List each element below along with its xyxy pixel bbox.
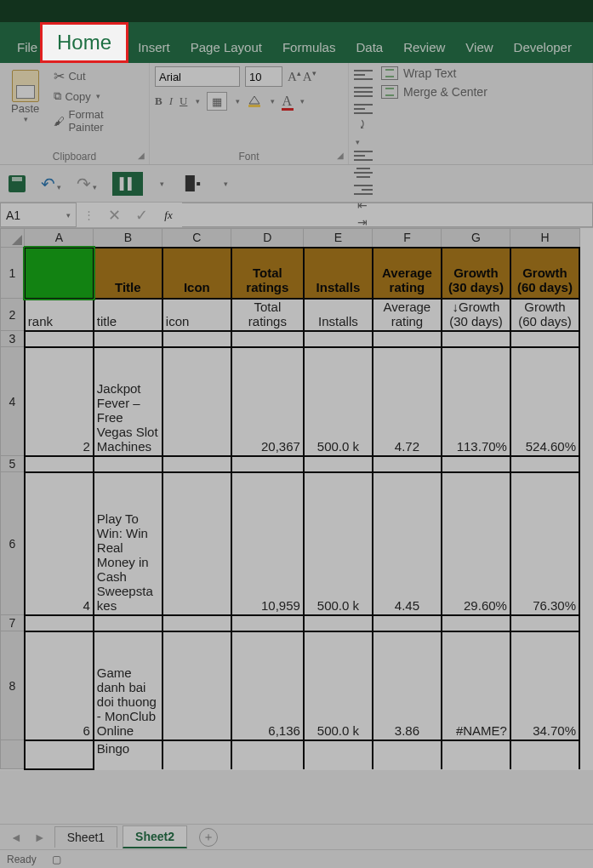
chevron-down-icon[interactable]: ▾ (224, 180, 228, 188)
tab-view[interactable]: View (455, 22, 503, 63)
font-name-select[interactable] (155, 66, 240, 87)
cell[interactable] (304, 615, 373, 631)
sheet-tab-sheet1[interactable]: Sheet1 (54, 826, 117, 848)
col-header[interactable]: A (25, 229, 94, 248)
cell[interactable]: 500.0 k (304, 472, 373, 615)
font-size-select[interactable] (245, 66, 282, 87)
align-right-button[interactable] (354, 181, 373, 198)
custom-green-button[interactable]: ▌▌ (112, 172, 143, 196)
col-header[interactable]: C (163, 229, 231, 248)
cell[interactable]: 500.0 k (304, 347, 373, 456)
cell[interactable]: 4 (25, 472, 94, 615)
decrease-indent-button[interactable]: ⇤ (354, 198, 371, 215)
cell[interactable] (510, 615, 579, 631)
italic-button[interactable]: I (169, 94, 173, 108)
chevron-down-icon[interactable]: ▾ (96, 92, 100, 100)
chevron-down-icon[interactable]: ▾ (236, 97, 240, 106)
cell[interactable]: 20,367 (231, 347, 304, 456)
align-middle-button[interactable] (354, 83, 373, 100)
cell[interactable]: 4.45 (373, 472, 442, 615)
orientation-button[interactable]: ⤸ (354, 117, 371, 134)
copy-button[interactable]: ⧉ Copy ▾ (50, 88, 144, 105)
fill-color-button[interactable] (247, 94, 262, 110)
cell[interactable]: 500.0 k (304, 631, 373, 740)
cell[interactable]: Installs (304, 248, 373, 299)
cell[interactable]: Installs (304, 299, 373, 331)
paste-button[interactable]: Paste ▾ (5, 66, 45, 135)
cell[interactable] (25, 740, 94, 769)
cell[interactable]: Title (94, 248, 163, 299)
cell[interactable]: 6 (25, 631, 94, 740)
row-header[interactable]: 4 (1, 347, 25, 456)
cell[interactable]: Growth (30 days) (442, 248, 510, 299)
undo-button[interactable]: ↶ (41, 174, 55, 193)
chevron-down-icon[interactable]: ▾ (196, 97, 200, 106)
col-header[interactable]: G (442, 229, 510, 248)
cell[interactable] (304, 331, 373, 347)
chevron-down-icon[interactable]: ▾ (24, 115, 28, 123)
row-header[interactable]: 5 (1, 456, 25, 472)
align-top-button[interactable] (354, 66, 373, 83)
row-header[interactable]: 6 (1, 472, 25, 615)
chevron-down-icon[interactable]: ▾ (300, 97, 305, 106)
cut-button[interactable]: ✂ Cut (50, 66, 144, 86)
row-header[interactable] (1, 740, 25, 769)
cell[interactable] (25, 331, 94, 347)
chevron-down-icon[interactable]: ▾ (93, 183, 97, 191)
sheet-nav-left-icon[interactable]: ◄ (7, 831, 26, 844)
cell[interactable]: Average rating (373, 248, 442, 299)
chevron-down-icon[interactable]: ▾ (66, 203, 71, 227)
cell[interactable]: 524.60% (510, 347, 579, 456)
cell[interactable] (442, 615, 510, 631)
cell[interactable] (163, 740, 231, 769)
tab-developer[interactable]: Developer (504, 22, 582, 63)
cell[interactable]: 6,136 (231, 631, 304, 740)
cell[interactable] (442, 456, 510, 472)
cell[interactable] (163, 472, 231, 615)
cell[interactable] (442, 740, 510, 769)
cell[interactable]: 10,959 (231, 472, 304, 615)
align-bottom-button[interactable] (354, 100, 373, 117)
row-header[interactable]: 1 (1, 248, 25, 299)
cell[interactable] (163, 347, 231, 456)
col-header[interactable]: E (304, 229, 373, 248)
tab-review[interactable]: Review (393, 22, 455, 63)
sheet-nav-right-icon[interactable]: ► (31, 831, 49, 844)
cell[interactable]: 2 (25, 347, 94, 456)
row-header[interactable]: 8 (1, 631, 25, 740)
cell[interactable]: 34.70% (510, 631, 579, 740)
cell[interactable] (442, 331, 510, 347)
cell[interactable]: title (94, 299, 163, 331)
cell[interactable] (304, 456, 373, 472)
confirm-formula-button[interactable]: ✓ (128, 203, 155, 227)
cell[interactable]: Average rating (373, 299, 442, 331)
worksheet-grid[interactable]: A B C D E F G H 1 Title Icon Total ratin… (0, 228, 593, 770)
cell[interactable] (94, 456, 163, 472)
cell[interactable]: 76.30% (510, 472, 579, 615)
tab-file[interactable]: File (7, 22, 48, 63)
cell[interactable] (25, 248, 94, 299)
cell[interactable] (163, 615, 231, 631)
cell[interactable] (163, 631, 231, 740)
cell[interactable] (163, 456, 231, 472)
cell[interactable] (510, 456, 579, 472)
cell[interactable] (231, 456, 304, 472)
dialog-launcher-icon[interactable]: ◢ (335, 151, 345, 162)
chevron-down-icon[interactable]: ▾ (356, 138, 360, 146)
cell[interactable] (231, 331, 304, 347)
cell[interactable]: Play To Win: Win Real Money in Cash Swee… (94, 472, 163, 615)
cell[interactable] (373, 615, 442, 631)
cell[interactable] (231, 615, 304, 631)
cell[interactable] (25, 456, 94, 472)
cell[interactable]: 3.86 (373, 631, 442, 740)
col-header[interactable]: B (94, 229, 163, 248)
borders-button[interactable]: ▦ (207, 92, 227, 111)
merge-center-button[interactable]: Merge & Center (381, 85, 488, 99)
cell[interactable]: #NAME? (442, 631, 510, 740)
custom-dark-button[interactable]: ▉▪ (180, 173, 207, 195)
tab-insert[interactable]: Insert (128, 22, 180, 63)
redo-button[interactable]: ↷ (77, 174, 91, 193)
row-header[interactable]: 2 (1, 299, 25, 331)
row-header[interactable]: 3 (1, 331, 25, 347)
select-all-corner[interactable] (1, 229, 25, 248)
